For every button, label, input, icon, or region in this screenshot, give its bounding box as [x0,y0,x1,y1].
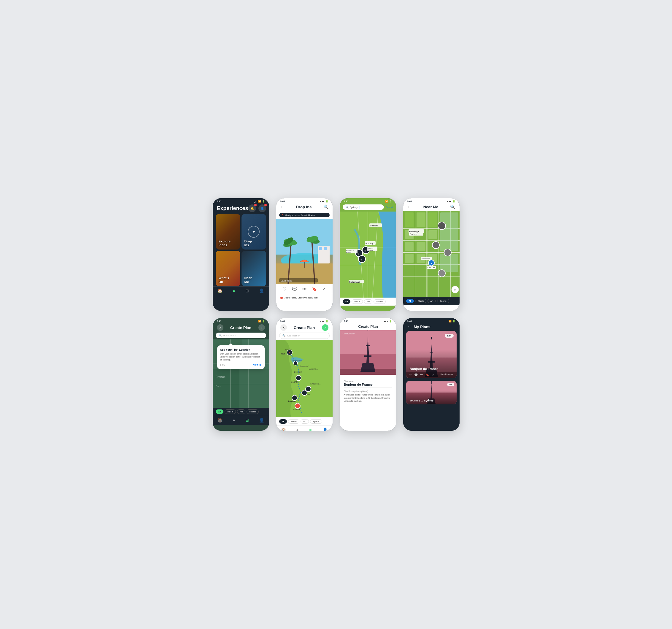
filter-sports-cp6[interactable]: Sports [310,419,322,424]
plan-name-value[interactable]: Bonjour de France [344,383,392,388]
filter-art-cp5[interactable]: Art [237,409,245,414]
plan-2-title: Journey to Sydney [410,399,434,402]
search-placeholder-cp: Add location [223,334,237,337]
back-arrow-8[interactable]: ← [407,324,411,329]
near-me-map[interactable]: Edinburgh Gardens Melbourne Chin Chin ▼ [403,211,460,297]
time-7: 9:41 [344,320,349,322]
comment-icon-p1[interactable]: 💬 [414,373,418,377]
screen-create-plan-tooltip: 9:41 📶 🔋 ✕ Create Plan ✓ 🔍 Add location [213,318,269,431]
drop-in-actions: ♡ 💬 ••• 🔖 ↗ [276,284,333,294]
notification-btn[interactable]: 🔔 [248,204,256,212]
explore-plans-card[interactable]: ExplorePlans [216,214,240,249]
profile-btn[interactable]: 👤 [258,204,266,212]
filter-all-cp6[interactable]: All [279,419,287,424]
filter-art-cp6[interactable]: Art [301,419,309,424]
back-arrow-icon[interactable]: ← [280,204,285,209]
filter-music-sydney[interactable]: Music [352,299,363,304]
search-icon-cp: 🔍 [219,334,222,337]
filter-art-sydney[interactable]: Art [364,299,373,304]
nav-profile[interactable]: 👤 [259,288,264,293]
add-location-search[interactable]: 🔍 Add location [216,333,266,338]
filter-all-sydney[interactable]: All [343,299,351,304]
screen-drop-ins: 9:41 ●●● 🔋 ← Drop Ins 🔍 📍 Mystique Holbo… [276,198,333,311]
filter-sports-nearme[interactable]: Sports [437,299,449,303]
share-icon[interactable]: ↗ [322,287,326,291]
svg-text:▼: ▼ [454,289,456,292]
filter-music-cp6[interactable]: Music [288,419,299,424]
svg-text:🎭: 🎭 [360,259,363,261]
nav-map[interactable]: ⊞ [245,288,249,293]
filter-art-nearme[interactable]: Art [428,299,436,303]
explore-plans-label: ExplorePlans [219,239,231,247]
comment-icon[interactable]: 💬 [292,287,297,291]
create-plan-map[interactable]: France Paris Switzerla... Add Your First… [213,339,269,408]
nav-map-6[interactable]: ⊞ [309,428,312,431]
add-location-search-6[interactable]: 🔍 Add location [279,333,330,339]
status-icons-1: 📶 🔋 [254,200,265,203]
route-map[interactable]: ENG Netherlands Belgium Dusseldorf Franc… [276,340,333,417]
search-icon-4[interactable]: 🔍 [450,204,455,209]
heart-icon[interactable]: ♡ [283,287,287,291]
time-3: 9:41 [344,200,349,203]
nav-profile-5[interactable]: 👤 [259,418,264,422]
plan-card-2[interactable]: Edit Journey to Sydney [406,381,457,404]
drop-ins-card[interactable]: ✦ DropIns [241,214,266,249]
time-1: 9:41 [217,200,222,203]
svg-rect-116 [366,345,370,346]
more-icon-p1[interactable]: ••• [420,373,423,377]
header-icons: 🔔 👤 [248,204,266,212]
near-me-label: NearMe [244,276,251,284]
bottom-nav-1: 🏠 ● ⊞ 👤 [213,286,269,295]
sydney-map-body[interactable]: Gosford Sutherland Hornsby ⚽ 🎬 🎭 Rooster… [340,212,396,297]
filter-all-nearme[interactable]: All [406,299,414,303]
nav-explore[interactable]: ● [233,288,235,293]
filter-music-cp5[interactable]: Music [224,409,236,414]
heart-icon-p1[interactable]: ♡ [409,373,412,377]
nav-home-5[interactable]: 🏠 [217,418,222,422]
whats-on-card[interactable]: What'sOn [216,251,240,286]
near-me-card[interactable]: NearMe [241,251,266,286]
share-icon-p1[interactable]: ↗ [431,373,434,377]
svg-text:Melbourne: Melbourne [422,258,430,260]
time-6: 9:41 [280,320,285,322]
more-icon[interactable]: ••• [302,287,307,291]
svg-point-75 [444,249,451,256]
nav-map-5[interactable]: ⊞ [245,418,249,422]
plan-desc-value[interactable]: A two week trip to France where I snuck … [344,393,392,403]
status-bar-5: 9:41 📶 🔋 [213,318,269,323]
close-button-6[interactable]: ✕ [280,324,287,331]
nav-explore-5[interactable]: ● [233,418,235,422]
nav-profile-6[interactable]: 👤 [322,428,328,431]
search-icon[interactable]: 🔍 [323,204,329,209]
back-arrow-icon-4[interactable]: ← [407,204,411,209]
filter-all-cp5[interactable]: All [216,409,224,414]
filter-sports-cp5[interactable]: Sports [246,409,258,414]
back-icon-7[interactable]: ← [344,324,348,329]
filter-bar-sydney: All Music Art Sports [340,297,396,306]
plan-card-1[interactable]: Edit Bonjour de France Sam Peterson ♡ 💬 … [406,331,457,378]
search-value: Sydney [350,206,358,209]
bookmark-icon-p1[interactable]: 🔖 [426,373,429,377]
confirm-button-6[interactable]: ✓ [322,324,329,331]
cover-photo[interactable]: Cover photo* [340,330,396,375]
filter-sports-sydney[interactable]: Sports [374,299,385,304]
close-button[interactable]: ✕ [217,324,223,331]
nav-home[interactable]: 🏠 [217,288,222,293]
nav-explore-6[interactable]: ● [296,428,298,431]
svg-point-102 [292,395,297,401]
next-tip-button[interactable]: Next tip [253,363,261,366]
edit-plan-1-button[interactable]: Edit [445,334,453,338]
svg-text:Roosters vs: Roosters vs [346,249,354,251]
confirm-button[interactable]: ✓ [258,324,265,331]
filter-music-nearme[interactable]: Music [415,299,426,303]
sydney-search-box[interactable]: 🔍 Sydney | [343,204,384,210]
plan-1-actions: ♡ 💬 ••• 🔖 ↗ [409,373,434,377]
edit-plan-2-button[interactable]: Edit [447,383,454,386]
bookmark-icon[interactable]: 🔖 [312,287,317,291]
svg-text:ENG: ENG [281,353,285,355]
svg-point-73 [438,222,446,229]
create-plan-title: Create Plan [223,325,258,330]
svg-text:Gosford: Gosford [370,225,378,227]
nav-home-6[interactable]: 🏠 [281,428,286,431]
cancel-button[interactable]: Cancel [386,206,393,209]
